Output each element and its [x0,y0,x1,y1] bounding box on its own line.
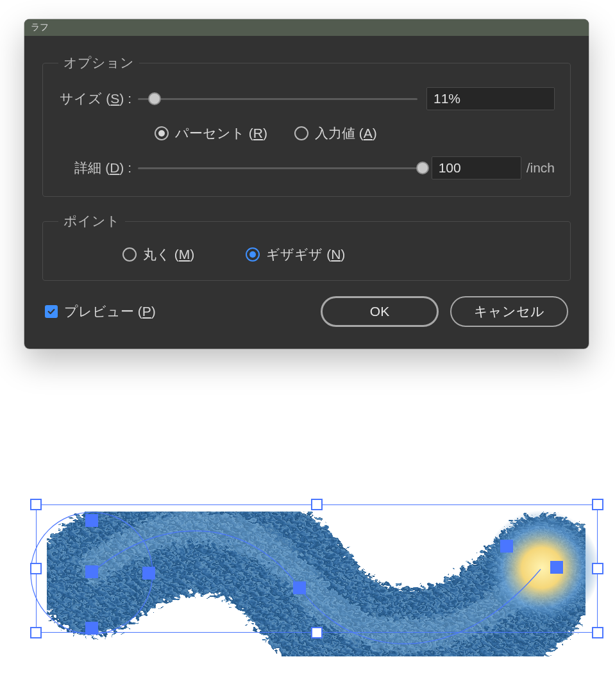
size-slider[interactable] [138,89,417,108]
anchor-point[interactable] [85,565,98,578]
detail-slider-thumb[interactable] [416,162,429,174]
bbox-handle-e[interactable] [592,563,603,574]
points-mode-row: 丸く (M) ギザギザ (N) [58,246,555,263]
radio-absolute[interactable]: 入力値 (A) [294,124,377,142]
size-input[interactable] [426,87,555,110]
dialog-footer: プレビュー (P) OK キャンセル [42,296,571,331]
radio-smooth-indicator [122,247,137,262]
detail-input[interactable] [432,156,521,179]
preview-label: プレビュー (P) [64,303,156,321]
size-slider-thumb[interactable] [148,92,161,105]
cancel-button[interactable]: キャンセル [450,296,568,327]
options-group: オプション サイズ (S) : パーセント (R) [42,54,571,197]
bbox-handle-sw[interactable] [30,627,42,638]
size-row: サイズ (S) : [58,87,555,110]
dialog-body: オプション サイズ (S) : パーセント (R) [24,36,589,349]
radio-percent[interactable]: パーセント (R) [155,124,267,142]
radio-percent-indicator [155,126,169,140]
options-legend: オプション [58,54,139,72]
radio-percent-label: パーセント (R) [175,124,267,142]
ok-button[interactable]: OK [321,296,439,327]
size-slider-track [138,98,417,100]
radio-absolute-label: 入力値 (A) [315,124,377,142]
bbox-handle-n[interactable] [311,499,323,510]
bbox-handle-w[interactable] [30,563,42,574]
selection-bbox[interactable] [36,504,598,633]
size-mode-row: パーセント (R) 入力値 (A) [58,124,555,142]
radio-corner-label: ギザギザ (N) [266,246,345,263]
preview-checkbox-box [45,305,58,318]
roughen-dialog: ラフ オプション サイズ (S) : [24,19,589,349]
anchor-point[interactable] [85,622,98,635]
detail-slider[interactable] [138,158,423,178]
dialog-title: ラフ [31,22,49,33]
radio-absolute-indicator [294,126,308,140]
detail-label: 詳細 (D) : [58,159,135,177]
anchor-point[interactable] [550,561,563,574]
detail-slider-track [138,167,423,169]
detail-unit: /inch [527,160,555,176]
anchor-point[interactable] [500,540,513,553]
bbox-handle-nw[interactable] [30,499,42,510]
radio-corner-indicator [246,247,260,262]
size-label: サイズ (S) : [58,90,135,108]
artboard[interactable] [0,476,615,700]
bbox-handle-ne[interactable] [592,499,603,510]
bbox-handle-se[interactable] [592,627,603,638]
check-icon [47,307,56,316]
anchor-point[interactable] [142,567,155,579]
detail-row: 詳細 (D) : /inch [58,156,555,179]
dialog-titlebar[interactable]: ラフ [24,19,589,36]
preview-checkbox[interactable]: プレビュー (P) [45,303,156,321]
radio-smooth[interactable]: 丸く (M) [122,246,194,263]
anchor-point[interactable] [293,581,306,594]
bbox-handle-s[interactable] [311,627,323,638]
radio-corner[interactable]: ギザギザ (N) [246,246,345,263]
anchor-point[interactable] [85,514,98,527]
points-legend: ポイント [58,212,125,230]
radio-smooth-label: 丸く (M) [143,246,194,263]
points-group: ポイント 丸く (M) ギザギザ (N) [42,212,571,281]
